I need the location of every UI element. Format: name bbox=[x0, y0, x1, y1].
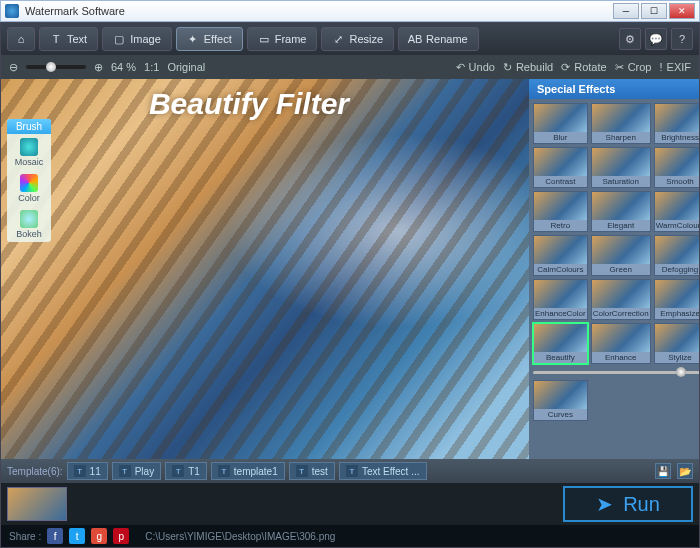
effect-label: Retro bbox=[534, 220, 587, 231]
exif-button[interactable]: !EXIF bbox=[659, 61, 691, 73]
canvas-image[interactable] bbox=[1, 79, 529, 459]
template-t-icon: T bbox=[346, 465, 358, 477]
image-label: Image bbox=[130, 33, 161, 45]
effect-curves[interactable]: Curves bbox=[533, 380, 588, 421]
load-template-icon[interactable]: 📂 bbox=[677, 463, 693, 479]
help-icon[interactable]: ? bbox=[671, 28, 693, 50]
frame-label: Frame bbox=[275, 33, 307, 45]
effect-thumb bbox=[534, 192, 587, 220]
ratio-button[interactable]: 1:1 bbox=[144, 61, 159, 73]
effect-thumb bbox=[534, 381, 587, 409]
maximize-button[interactable]: ☐ bbox=[641, 3, 667, 19]
rebuild-button[interactable]: ↻Rebuild bbox=[503, 61, 553, 74]
brush-item-color[interactable]: Color bbox=[7, 170, 51, 206]
run-label: Run bbox=[623, 493, 660, 516]
canvas-area: Beautify Filter Brush MosaicColorBokeh bbox=[1, 79, 529, 459]
thumbnail-image[interactable] bbox=[7, 487, 67, 521]
image-button[interactable]: ▢Image bbox=[102, 27, 172, 51]
effect-saturation[interactable]: Saturation bbox=[591, 147, 651, 188]
brush-swatch bbox=[20, 138, 38, 156]
effect-thumb bbox=[655, 324, 699, 352]
effect-smooth[interactable]: Smooth bbox=[654, 147, 699, 188]
home-icon: ⌂ bbox=[15, 33, 27, 45]
effect-retro[interactable]: Retro bbox=[533, 191, 588, 232]
effect-stylize[interactable]: Stylize bbox=[654, 323, 699, 364]
frame-icon: ▭ bbox=[258, 33, 270, 45]
effect-green[interactable]: Green bbox=[591, 235, 651, 276]
zoom-thumb[interactable] bbox=[46, 62, 56, 72]
effect-defogging[interactable]: Defogging bbox=[654, 235, 699, 276]
template-item[interactable]: T11 bbox=[67, 462, 108, 480]
close-button[interactable]: ✕ bbox=[669, 3, 695, 19]
brush-item-mosaic[interactable]: Mosaic bbox=[7, 134, 51, 170]
effect-contrast[interactable]: Contrast bbox=[533, 147, 588, 188]
effect-warmcolours[interactable]: WarmColours bbox=[654, 191, 699, 232]
zoom-out-icon[interactable]: ⊖ bbox=[9, 61, 18, 74]
effect-enhance[interactable]: Enhance bbox=[591, 323, 651, 364]
effect-label: Beautify bbox=[534, 352, 587, 363]
rename-button[interactable]: ABRename bbox=[398, 27, 479, 51]
rotate-button[interactable]: ⟳Rotate bbox=[561, 61, 606, 74]
save-template-icon[interactable]: 💾 bbox=[655, 463, 671, 479]
main-toolbar: ⌂ TText ▢Image ✦Effect ▭Frame ⤢Resize AB… bbox=[1, 23, 699, 55]
facebook-icon[interactable]: f bbox=[47, 528, 63, 544]
template-t-icon: T bbox=[296, 465, 308, 477]
pinterest-icon[interactable]: p bbox=[113, 528, 129, 544]
frame-button[interactable]: ▭Frame bbox=[247, 27, 318, 51]
effect-blur[interactable]: Blur bbox=[533, 103, 588, 144]
effect-elegant[interactable]: Elegant bbox=[591, 191, 651, 232]
crop-button[interactable]: ✂Crop bbox=[615, 61, 652, 74]
effect-emphasize[interactable]: Emphasize bbox=[654, 279, 699, 320]
effect-title-overlay: Beautify Filter bbox=[149, 87, 349, 121]
window-title: Watermark Software bbox=[25, 5, 613, 17]
share-bar: Share : f t g p C:\Users\YIMIGE\Desktop\… bbox=[1, 525, 699, 547]
effect-enhancecolor[interactable]: EnhanceColor bbox=[533, 279, 588, 320]
home-button[interactable]: ⌂ bbox=[7, 27, 35, 51]
twitter-icon[interactable]: t bbox=[69, 528, 85, 544]
toolbar-right: ⚙ 💬 ? bbox=[619, 28, 693, 50]
brush-item-bokeh[interactable]: Bokeh bbox=[7, 206, 51, 242]
original-button[interactable]: Original bbox=[167, 61, 205, 73]
text-icon: T bbox=[50, 33, 62, 45]
brush-label: Mosaic bbox=[7, 157, 51, 167]
template-t-icon: T bbox=[119, 465, 131, 477]
effect-label: Defogging bbox=[655, 264, 699, 275]
effect-colorcorrection[interactable]: ColorCorrection bbox=[591, 279, 651, 320]
effect-calmcolours[interactable]: CalmColours bbox=[533, 235, 588, 276]
settings-icon[interactable]: ⚙ bbox=[619, 28, 641, 50]
effect-thumb bbox=[655, 280, 699, 308]
effect-thumb bbox=[592, 280, 650, 308]
effect-thumb bbox=[592, 324, 650, 352]
effect-brightness[interactable]: Brightness bbox=[654, 103, 699, 144]
googleplus-icon[interactable]: g bbox=[91, 528, 107, 544]
resize-button[interactable]: ⤢Resize bbox=[321, 27, 394, 51]
text-button[interactable]: TText bbox=[39, 27, 98, 51]
slider-thumb[interactable] bbox=[676, 367, 686, 377]
effect-label: Contrast bbox=[534, 176, 587, 187]
template-item[interactable]: TT1 bbox=[165, 462, 207, 480]
template-item[interactable]: TPlay bbox=[112, 462, 161, 480]
effect-intensity-slider[interactable] bbox=[533, 367, 699, 377]
run-button[interactable]: ➤ Run bbox=[563, 486, 693, 522]
effect-label: CalmColours bbox=[534, 264, 587, 275]
template-bar: Template(6): T11TPlayTT1Ttemplate1TtestT… bbox=[1, 459, 699, 483]
rebuild-label: Rebuild bbox=[516, 61, 553, 73]
undo-button[interactable]: ↶Undo bbox=[456, 61, 495, 74]
template-label: test bbox=[312, 466, 328, 477]
effect-beautify[interactable]: Beautify bbox=[533, 323, 588, 364]
brush-label: Bokeh bbox=[7, 229, 51, 239]
zoom-slider[interactable] bbox=[26, 65, 86, 69]
zoom-in-icon[interactable]: ⊕ bbox=[94, 61, 103, 74]
text-label: Text bbox=[67, 33, 87, 45]
template-item[interactable]: Ttest bbox=[289, 462, 335, 480]
template-item[interactable]: TText Effect ... bbox=[339, 462, 427, 480]
effect-button[interactable]: ✦Effect bbox=[176, 27, 243, 51]
effect-sharpen[interactable]: Sharpen bbox=[591, 103, 651, 144]
effect-thumb bbox=[655, 192, 699, 220]
zoom-value: 64 % bbox=[111, 61, 136, 73]
minimize-button[interactable]: ─ bbox=[613, 3, 639, 19]
template-item[interactable]: Ttemplate1 bbox=[211, 462, 285, 480]
image-icon: ▢ bbox=[113, 33, 125, 45]
chat-icon[interactable]: 💬 bbox=[645, 28, 667, 50]
template-t-icon: T bbox=[218, 465, 230, 477]
